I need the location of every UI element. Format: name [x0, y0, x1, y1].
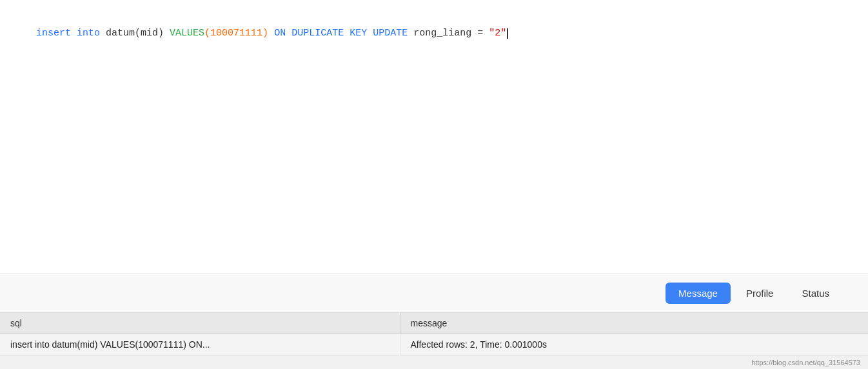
results-header-row: sql message [0, 313, 868, 334]
keyword-on: ON DUPLICATE KEY UPDATE [274, 28, 408, 39]
cell-sql: insert into datum(mid) VALUES(100071111)… [0, 334, 400, 355]
url-label: https://blog.csdn.net/qq_31564573 [751, 359, 860, 366]
tab-message[interactable]: Message [666, 283, 731, 304]
cell-message: Affected rows: 2, Time: 0.001000s [400, 334, 868, 355]
col-header-message: message [400, 313, 868, 334]
keyword-into: into [77, 28, 100, 39]
keyword-values: VALUES [170, 28, 204, 39]
col-header-sql: sql [0, 313, 400, 334]
table-row: insert into datum(mid) VALUES(100071111)… [0, 334, 868, 355]
string-value: "2" [489, 28, 506, 39]
results-panel: sql message insert into datum(mid) VALUE… [0, 313, 868, 355]
tab-profile[interactable]: Profile [733, 283, 787, 304]
value-num: (100071111) [204, 28, 268, 39]
keyword-insert: insert [36, 28, 77, 39]
tab-toolbar: Message Profile Status [0, 274, 868, 313]
code-line-1: insert into datum(mid) VALUES(100071111)… [13, 10, 855, 57]
table-ref: datum(mid) [100, 28, 170, 39]
results-table: sql message insert into datum(mid) VALUE… [0, 313, 868, 355]
bottom-bar: https://blog.csdn.net/qq_31564573 [0, 355, 868, 369]
column-assign: rong_liang = [408, 28, 489, 39]
text-cursor [507, 28, 508, 39]
sql-editor[interactable]: insert into datum(mid) VALUES(100071111)… [0, 0, 868, 274]
tab-status[interactable]: Status [789, 283, 842, 304]
